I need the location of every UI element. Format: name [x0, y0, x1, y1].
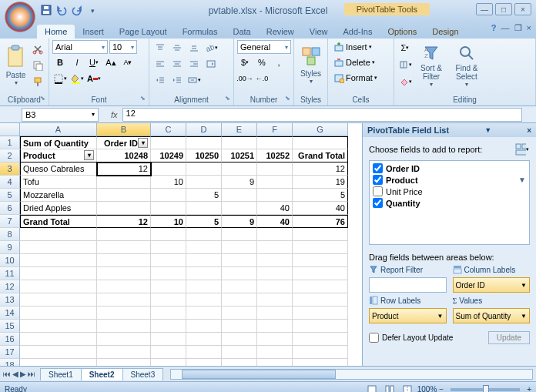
cut-icon[interactable] [30, 42, 45, 57]
cell[interactable] [97, 280, 151, 293]
field-list-item[interactable]: Product▼ [373, 175, 526, 185]
font-color-icon[interactable]: A▾ [86, 71, 102, 86]
defer-update-checkbox[interactable] [369, 333, 379, 343]
comma-icon[interactable]: , [271, 55, 286, 70]
cell[interactable] [151, 293, 186, 307]
cell[interactable] [293, 267, 348, 280]
cell[interactable]: 10 [151, 176, 186, 189]
cell[interactable] [20, 333, 97, 346]
save-icon[interactable] [40, 5, 52, 17]
zoom-level[interactable]: 100% [417, 385, 437, 392]
row-header[interactable]: 2 [0, 149, 20, 162]
cell[interactable] [222, 346, 257, 359]
cell[interactable] [186, 136, 222, 149]
cell[interactable] [293, 333, 348, 346]
cell[interactable] [186, 267, 222, 280]
number-format-combo[interactable]: General▾ [237, 40, 291, 54]
zoom-in-icon[interactable]: + [527, 385, 531, 392]
cell[interactable] [151, 189, 186, 202]
doc-minimize-button[interactable]: — [501, 23, 510, 33]
field-checkbox[interactable] [373, 175, 383, 185]
tab-page-layout[interactable]: Page Layout [112, 25, 175, 39]
cell[interactable] [222, 241, 257, 254]
cell[interactable] [186, 307, 222, 320]
cell[interactable] [257, 241, 293, 254]
currency-icon[interactable]: $▾ [237, 55, 253, 70]
row-header[interactable]: 18 [0, 359, 20, 366]
cell[interactable] [257, 307, 293, 320]
paste-button[interactable]: Paste▾ [3, 40, 28, 91]
cell[interactable]: 19 [293, 176, 348, 189]
cell[interactable] [151, 267, 186, 280]
tab-view[interactable]: View [302, 25, 336, 39]
font-name-combo[interactable]: Arial▾ [52, 40, 108, 54]
column-header[interactable]: C [151, 123, 186, 136]
filter-icon[interactable]: ▼ [518, 176, 526, 184]
cell[interactable] [97, 293, 151, 307]
cell[interactable]: 9 [222, 176, 257, 189]
tab-home[interactable]: Home [37, 25, 75, 39]
cell[interactable] [222, 307, 257, 320]
column-header[interactable]: A [20, 123, 97, 136]
cell[interactable] [222, 254, 257, 267]
decrease-indent-icon[interactable] [152, 72, 168, 88]
cell[interactable] [20, 267, 97, 280]
cell[interactable] [222, 293, 257, 307]
align-center-icon[interactable] [169, 56, 185, 72]
cell[interactable] [257, 267, 293, 280]
cell[interactable] [151, 254, 186, 267]
column-header[interactable]: F [257, 123, 293, 136]
cell[interactable] [222, 359, 257, 366]
cell[interactable] [257, 359, 293, 366]
field-list-item[interactable]: Quantity [373, 198, 526, 208]
format-painter-icon[interactable] [30, 74, 45, 89]
cell[interactable] [222, 228, 257, 241]
cell[interactable] [257, 320, 293, 333]
font-size-combo[interactable]: 10▾ [109, 40, 137, 54]
cell[interactable] [186, 280, 222, 293]
field-list-close-icon[interactable]: × [527, 126, 531, 135]
pivot-dropdown-icon[interactable]: ▾ [84, 150, 94, 160]
cell[interactable] [186, 254, 222, 267]
cell[interactable] [293, 241, 348, 254]
cell[interactable] [97, 346, 151, 359]
border-icon[interactable]: ▾ [52, 71, 68, 86]
row-header[interactable]: 9 [0, 241, 20, 254]
cell[interactable]: Sum of Quantity [20, 136, 97, 149]
page-layout-view-icon[interactable] [382, 382, 397, 393]
cell[interactable] [222, 162, 257, 176]
row-header[interactable]: 13 [0, 293, 20, 307]
cell[interactable]: Mozzarella [20, 189, 97, 202]
cell[interactable]: 12 [97, 215, 151, 228]
grow-font-icon[interactable]: A▴ [103, 55, 119, 70]
cell[interactable] [20, 320, 97, 333]
cell[interactable] [257, 228, 293, 241]
cell[interactable] [97, 359, 151, 366]
tab-addins[interactable]: Add-Ins [335, 25, 380, 39]
cell[interactable]: 40 [257, 215, 293, 228]
cell[interactable] [293, 359, 348, 366]
cell[interactable] [293, 346, 348, 359]
close-button[interactable]: × [514, 3, 531, 15]
column-header[interactable]: G [293, 123, 348, 136]
cell[interactable] [151, 136, 186, 149]
page-break-view-icon[interactable] [400, 382, 415, 393]
styles-button[interactable]: Styles▾ [297, 40, 324, 91]
cell[interactable] [257, 189, 293, 202]
cell[interactable] [186, 333, 222, 346]
cell[interactable]: 76 [293, 215, 348, 228]
cell[interactable] [257, 254, 293, 267]
cell[interactable]: 40 [257, 202, 293, 215]
tab-options[interactable]: Options [380, 25, 424, 39]
horizontal-scrollbar[interactable] [170, 369, 533, 380]
cell[interactable] [222, 320, 257, 333]
cell[interactable]: Queso Cabrales [20, 162, 97, 176]
decrease-decimal-icon[interactable]: ←.0 [254, 71, 270, 86]
cell[interactable] [97, 267, 151, 280]
increase-decimal-icon[interactable]: .00→ [237, 71, 253, 86]
row-header[interactable]: 4 [0, 176, 20, 189]
cell[interactable] [151, 241, 186, 254]
cell[interactable] [20, 280, 97, 293]
align-bottom-icon[interactable] [186, 40, 202, 55]
sheet-nav-prev-icon[interactable]: ◀ [12, 370, 18, 378]
